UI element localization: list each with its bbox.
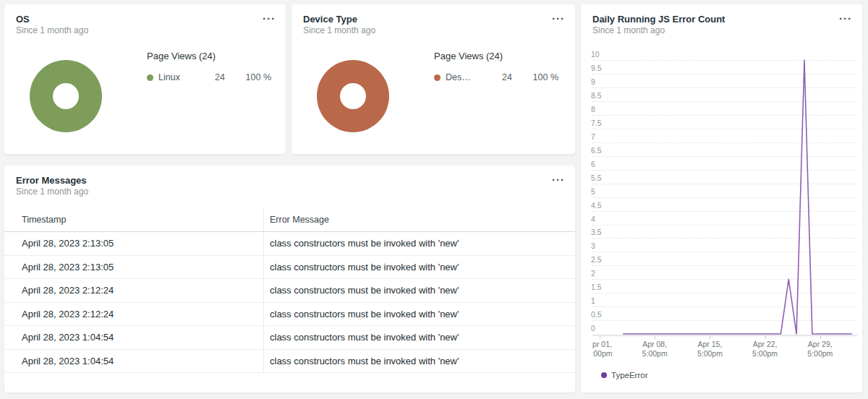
series-percent: 100 %	[512, 72, 558, 82]
donut-hole	[340, 83, 366, 109]
error-message-cell: class constructors must be invoked with …	[263, 350, 575, 373]
error-message-cell: class constructors must be invoked with …	[263, 326, 575, 349]
table-row: April 28, 2023 2:12:24class constructors…	[4, 303, 575, 327]
widget-title: Device Type	[303, 14, 375, 25]
series-color-dot	[434, 74, 441, 81]
device-widget-header: Device Type Since 1 month ago ···	[303, 14, 565, 37]
widget-title: OS	[16, 14, 88, 25]
series-count: 24	[193, 72, 225, 82]
overflow-menu-icon[interactable]: ···	[552, 14, 565, 24]
overflow-menu-icon[interactable]: ···	[263, 14, 276, 24]
column-header-error-message[interactable]: Error Message	[263, 208, 575, 231]
chart-legend-item-typeerror[interactable]: TypeError	[601, 371, 648, 379]
table-row: April 28, 2023 2:13:05class constructors…	[4, 232, 575, 256]
line-chart-plot-area[interactable]: 00.511.522.533.544.555.566.577.588.599.5…	[581, 4, 862, 392]
series-percent: 100 %	[225, 72, 271, 82]
column-header-timestamp[interactable]: Timestamp	[4, 215, 263, 225]
widget-title: Error Messages	[16, 175, 88, 186]
legend-header: Page Views (24)	[434, 51, 558, 61]
widget-subtitle: Since 1 month ago	[303, 25, 375, 37]
os-donut-chart[interactable]	[30, 60, 102, 132]
error-message-cell: class constructors must be invoked with …	[263, 256, 575, 279]
series-color-dot	[601, 372, 607, 378]
legend-item-linux[interactable]: Linux 24 100 %	[147, 72, 271, 82]
timestamp-cell: April 28, 2023 2:12:24	[4, 285, 263, 296]
widget-subtitle: Since 1 month ago	[16, 25, 88, 37]
device-type-widget: Device Type Since 1 month ago ··· Page V…	[292, 4, 575, 154]
table-row: April 28, 2023 1:04:54class constructors…	[4, 350, 575, 374]
timestamp-cell: April 28, 2023 1:04:54	[4, 332, 263, 343]
os-widget: OS Since 1 month ago ··· Page Views (24)…	[4, 4, 286, 154]
legend-header: Page Views (24)	[147, 51, 271, 61]
device-legend: Page Views (24) Des… 24 100 %	[434, 51, 558, 82]
error-message-cell: class constructors must be invoked with …	[263, 279, 575, 302]
table-header-row: Timestamp Error Message	[4, 208, 575, 232]
os-widget-header: OS Since 1 month ago ···	[16, 14, 276, 37]
errors-widget-header: Error Messages Since 1 month ago ···	[16, 175, 565, 198]
series-label: Linux	[158, 72, 193, 82]
series-color-dot	[147, 74, 153, 81]
os-legend: Page Views (24) Linux 24 100 %	[147, 51, 271, 82]
series-label: Des…	[446, 72, 480, 82]
series-count: 24	[480, 72, 512, 82]
error-message-cell: class constructors must be invoked with …	[263, 303, 575, 326]
table-row: April 28, 2023 2:12:24class constructors…	[4, 279, 575, 303]
legend-item-desktop[interactable]: Des… 24 100 %	[434, 72, 558, 82]
device-donut-chart[interactable]	[317, 60, 389, 132]
timestamp-cell: April 28, 2023 2:13:05	[4, 238, 263, 249]
typeerror-line-series	[581, 4, 862, 392]
error-message-cell: class constructors must be invoked with …	[263, 232, 575, 255]
error-messages-table: Timestamp Error Message April 28, 2023 2…	[4, 208, 575, 373]
error-messages-widget: Error Messages Since 1 month ago ··· Tim…	[4, 166, 575, 392]
donut-hole	[53, 83, 79, 109]
timestamp-cell: April 28, 2023 1:04:54	[4, 356, 263, 366]
series-label: TypeError	[611, 371, 648, 379]
table-row: April 28, 2023 2:13:05class constructors…	[4, 256, 575, 280]
timestamp-cell: April 28, 2023 2:13:05	[4, 262, 263, 273]
timestamp-cell: April 28, 2023 2:12:24	[4, 309, 263, 319]
widget-subtitle: Since 1 month ago	[16, 186, 88, 198]
table-body: April 28, 2023 2:13:05class constructors…	[4, 232, 575, 373]
js-error-count-widget: Daily Running JS Error Count Since 1 mon…	[581, 4, 862, 392]
table-row: April 28, 2023 1:04:54class constructors…	[4, 326, 575, 350]
overflow-menu-icon[interactable]: ···	[552, 175, 565, 185]
